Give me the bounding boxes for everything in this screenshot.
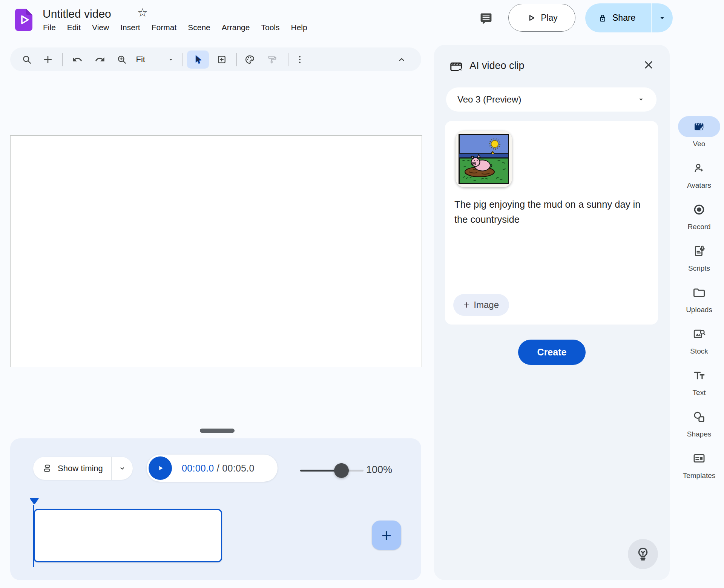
- sidebar-item-veo[interactable]: Veo: [678, 116, 720, 148]
- more-options-button[interactable]: [294, 54, 306, 66]
- ai-video-clip-panel: AI video clip Veo 3 (Preview): [434, 45, 670, 580]
- timeline-play-button[interactable]: [149, 456, 172, 480]
- add-frame-button[interactable]: [216, 54, 228, 66]
- add-image-button[interactable]: + Image: [453, 294, 509, 316]
- sidebar-item-text[interactable]: Text: [688, 365, 710, 397]
- stock-media-icon: [693, 328, 706, 340]
- comment-icon: [479, 12, 493, 25]
- scripts-icon: [693, 245, 706, 257]
- timing-rows-icon: [42, 463, 52, 473]
- undo-button[interactable]: [71, 54, 83, 66]
- star-icon[interactable]: ☆: [137, 7, 148, 18]
- sidebar-item-scripts[interactable]: Scripts: [688, 240, 710, 273]
- sidebar-label: Avatars: [687, 181, 711, 190]
- redo-button[interactable]: [94, 54, 106, 66]
- sidebar-item-record[interactable]: Record: [687, 199, 710, 231]
- play-filled-icon: [155, 463, 165, 473]
- show-timing-dropdown[interactable]: [112, 457, 133, 480]
- sidebar-label: Uploads: [686, 306, 712, 314]
- timeline-resize-handle[interactable]: [200, 429, 235, 433]
- veo-active-pill[interactable]: [678, 116, 720, 137]
- model-selector-dropdown[interactable]: Veo 3 (Preview): [446, 87, 657, 112]
- vids-logo-icon[interactable]: [15, 9, 32, 31]
- frame-add-icon: [216, 54, 227, 65]
- sidebar-label: Templates: [683, 472, 716, 480]
- toolbar: Fit: [10, 47, 421, 71]
- close-panel-button[interactable]: [639, 55, 658, 74]
- sidebar-label: Text: [693, 389, 706, 397]
- playhead-marker[interactable]: [29, 497, 39, 505]
- collapse-toolbar-button[interactable]: [396, 54, 408, 66]
- comments-button[interactable]: [477, 10, 495, 27]
- reference-image-thumbnail[interactable]: [456, 131, 512, 187]
- sidebar-item-shapes[interactable]: Shapes: [687, 406, 711, 438]
- menu-item-format[interactable]: Format: [146, 22, 183, 33]
- tools-sidebar: Veo Avatars Record: [675, 116, 723, 489]
- sidebar-item-uploads[interactable]: Uploads: [686, 282, 712, 314]
- menubar: File Edit View Insert Format Scene Arran…: [37, 22, 313, 33]
- menu-item-arrange[interactable]: Arrange: [216, 22, 256, 33]
- panel-title: AI video clip: [469, 60, 525, 72]
- chevron-down-icon: [118, 464, 126, 473]
- show-timing-button[interactable]: Show timing: [33, 457, 111, 480]
- zoom-in-button[interactable]: [116, 54, 128, 66]
- timeline-clip[interactable]: [34, 509, 222, 562]
- search-button[interactable]: [21, 54, 33, 66]
- paint-format-button[interactable]: [266, 54, 278, 66]
- sidebar-label: Shapes: [687, 430, 711, 438]
- theme-colors-button[interactable]: [244, 54, 256, 66]
- sidebar-item-stock[interactable]: Stock: [688, 323, 710, 355]
- kebab-menu-icon: [295, 54, 305, 65]
- total-time: 00:05.0: [222, 463, 255, 473]
- prompt-card: The pig enjoying the mud on a sunny day …: [445, 121, 658, 325]
- menu-item-file[interactable]: File: [37, 22, 61, 33]
- caret-down-icon: [637, 95, 645, 104]
- shapes-icon: [693, 410, 706, 423]
- menu-item-scene[interactable]: Scene: [182, 22, 216, 33]
- sidebar-item-avatars[interactable]: Avatars: [687, 158, 711, 190]
- sidebar-label: Veo: [693, 140, 706, 148]
- clapperboard-sparkle-icon: [449, 59, 463, 74]
- app-window: Untitled video ☆ File Edit View Insert F…: [0, 0, 724, 588]
- sidebar-item-templates[interactable]: Templates: [683, 448, 716, 480]
- pig-illustration: [459, 134, 509, 184]
- paint-roller-icon: [267, 54, 278, 65]
- toolbar-divider: [288, 53, 289, 66]
- timeline-zoom-percent: 100%: [366, 464, 392, 476]
- play-button[interactable]: Play: [508, 4, 575, 32]
- redo-icon: [95, 54, 105, 65]
- text-icon: [693, 369, 706, 382]
- editing-canvas[interactable]: [10, 135, 422, 367]
- document-title[interactable]: Untitled video: [43, 8, 111, 20]
- menu-item-view[interactable]: View: [86, 22, 115, 33]
- add-scene-button[interactable]: +: [372, 521, 401, 550]
- sidebar-label: Scripts: [688, 264, 710, 273]
- menu-item-tools[interactable]: Tools: [255, 22, 285, 33]
- play-icon: [526, 13, 536, 23]
- caret-down-icon: [658, 14, 666, 22]
- templates-icon: [693, 452, 706, 465]
- menu-item-help[interactable]: Help: [285, 22, 313, 33]
- insert-button[interactable]: [42, 54, 54, 66]
- select-tool-button[interactable]: [187, 51, 209, 69]
- toolbar-divider: [62, 53, 63, 66]
- undo-icon: [72, 54, 83, 65]
- menu-item-insert[interactable]: Insert: [115, 22, 146, 33]
- timeline-section: Show timing 00:00.0 / 00:05.0: [10, 438, 421, 580]
- share-button-label: Share: [612, 13, 635, 23]
- menu-item-edit[interactable]: Edit: [61, 22, 86, 33]
- prompt-textarea[interactable]: The pig enjoying the mud on a sunny day …: [454, 197, 650, 227]
- avatars-icon: [693, 162, 705, 174]
- create-button[interactable]: Create: [518, 340, 586, 365]
- caret-down-icon: [167, 56, 175, 63]
- lightbulb-icon: [635, 547, 650, 562]
- share-dropdown-button[interactable]: [652, 3, 673, 32]
- slider-thumb[interactable]: [334, 463, 349, 478]
- timeline-zoom-slider[interactable]: [300, 463, 364, 478]
- share-button[interactable]: Share: [585, 3, 651, 32]
- zoom-fit-select[interactable]: Fit: [136, 55, 175, 64]
- tips-button[interactable]: [628, 539, 658, 569]
- search-icon: [21, 54, 32, 65]
- plus-icon: [43, 54, 53, 65]
- veo-clapperboard-icon: [693, 121, 705, 133]
